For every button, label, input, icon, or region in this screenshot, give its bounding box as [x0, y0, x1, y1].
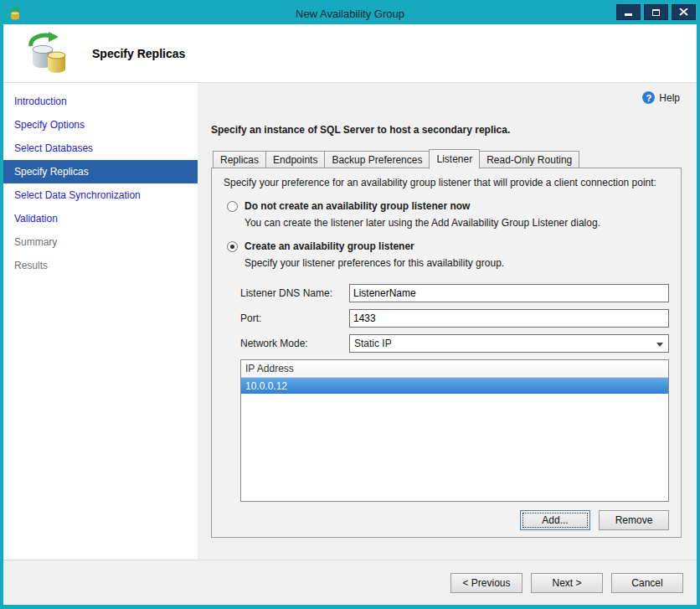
- maximize-icon: [652, 9, 660, 16]
- radio-icon-checked: [227, 241, 238, 252]
- ip-list-buttons: Add... Remove: [240, 510, 669, 530]
- sidebar-item-validation[interactable]: Validation: [3, 207, 198, 230]
- sidebar-item-results: Results: [3, 254, 198, 277]
- next-button[interactable]: Next >: [531, 573, 603, 593]
- availability-group-icon: [25, 32, 69, 75]
- tab-read-only-routing[interactable]: Read-Only Routing: [479, 151, 579, 168]
- page-title: Specify Replicas: [92, 47, 185, 60]
- network-mode-select[interactable]: Static IP: [349, 334, 669, 353]
- radio-icon-unchecked: [227, 201, 238, 212]
- help-label: Help: [659, 92, 680, 104]
- tab-strip: Replicas Endpoints Backup Preferences Li…: [211, 149, 682, 168]
- sidebar-item-summary: Summary: [3, 230, 198, 254]
- sidebar-item-introduction[interactable]: Introduction: [3, 90, 198, 113]
- cancel-button[interactable]: Cancel: [611, 573, 683, 593]
- instruction-text: Specify an instance of SQL Server to hos…: [211, 124, 682, 136]
- remove-button[interactable]: Remove: [599, 510, 669, 530]
- window-controls: [616, 4, 696, 20]
- sidebar-item-specify-options[interactable]: Specify Options: [3, 113, 198, 137]
- ip-address-row[interactable]: 10.0.0.12: [241, 378, 668, 394]
- network-mode-value: Static IP: [354, 338, 392, 349]
- close-button[interactable]: [672, 4, 696, 20]
- tab-backup-preferences[interactable]: Backup Preferences: [324, 151, 430, 168]
- window-title: New Availability Group: [3, 8, 697, 20]
- port-label: Port:: [240, 312, 349, 324]
- tab-replicas[interactable]: Replicas: [213, 151, 266, 168]
- previous-button[interactable]: < Previous: [450, 573, 522, 593]
- radio-create-listener[interactable]: Create an availability group listener: [227, 240, 669, 252]
- dns-name-label: Listener DNS Name:: [240, 287, 349, 299]
- radio-no-listener[interactable]: Do not create an availability group list…: [227, 200, 669, 212]
- port-input[interactable]: [349, 309, 669, 328]
- wizard-footer: < Previous Next > Cancel: [3, 560, 697, 605]
- radio-no-listener-description: You can create the listener later using …: [244, 217, 669, 229]
- window-body: Specify Replicas Introduction Specify Op…: [3, 24, 697, 605]
- network-mode-label: Network Mode:: [240, 338, 349, 349]
- sidebar-item-select-databases[interactable]: Select Databases: [3, 137, 198, 160]
- window: New Availability Group: [0, 0, 700, 609]
- dns-name-input[interactable]: [349, 284, 669, 302]
- close-icon: [679, 8, 688, 16]
- tab-endpoints[interactable]: Endpoints: [265, 151, 325, 168]
- main-pane: ? Help Specify an instance of SQL Server…: [198, 83, 697, 560]
- chevron-down-icon: [656, 343, 663, 347]
- titlebar: New Availability Group: [3, 3, 697, 24]
- listener-tab-panel: Specify your preference for an availabil…: [211, 168, 682, 538]
- sidebar-item-select-data-sync[interactable]: Select Data Synchronization: [3, 183, 198, 207]
- content-row: Introduction Specify Options Select Data…: [3, 83, 697, 560]
- sidebar-item-specify-replicas[interactable]: Specify Replicas: [3, 160, 198, 183]
- radio-create-listener-description: Specify your listener preferences for th…: [244, 257, 669, 269]
- ip-address-list[interactable]: IP Address 10.0.0.12: [240, 359, 669, 502]
- radio-no-listener-label: Do not create an availability group list…: [244, 200, 470, 212]
- minimize-icon: [625, 13, 632, 16]
- ip-address-column-header: IP Address: [241, 360, 668, 378]
- listener-intro-text: Specify your preference for an availabil…: [224, 177, 669, 188]
- add-button[interactable]: Add...: [520, 510, 590, 530]
- wizard-header: Specify Replicas: [3, 24, 697, 83]
- tab-listener[interactable]: Listener: [429, 149, 480, 169]
- listener-fields: Listener DNS Name: Port: Network Mode: S…: [240, 284, 669, 530]
- minimize-button[interactable]: [616, 4, 641, 20]
- sidebar: Introduction Specify Options Select Data…: [3, 83, 198, 560]
- maximize-button[interactable]: [644, 4, 668, 20]
- help-icon: ?: [642, 91, 655, 104]
- radio-create-listener-label: Create an availability group listener: [244, 240, 414, 252]
- help-link[interactable]: ? Help: [211, 91, 680, 104]
